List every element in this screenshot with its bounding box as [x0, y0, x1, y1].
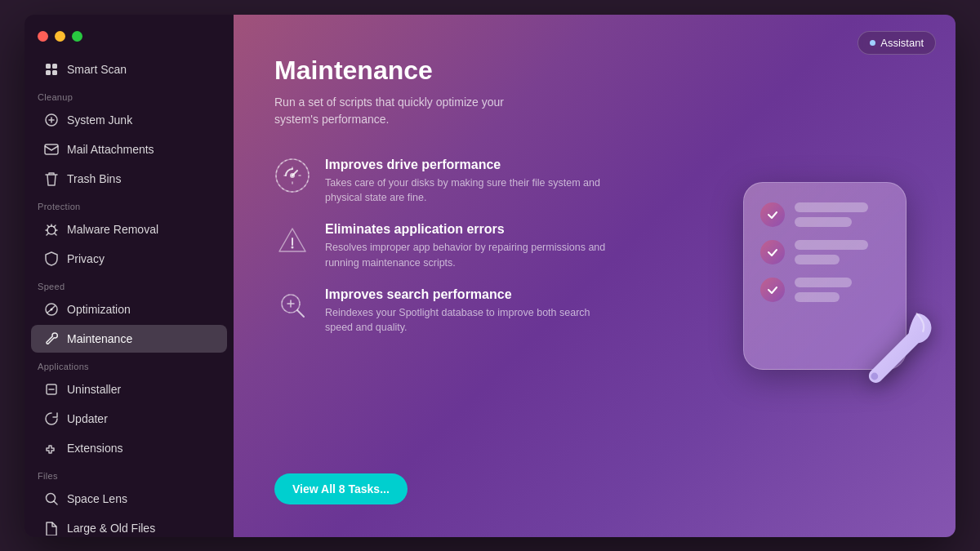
feature-title: Improves search performance: [325, 287, 619, 302]
sidebar-item-mail-attachments[interactable]: Mail Attachments: [31, 136, 227, 163]
app-window: Smart Scan Cleanup System Junk Mail Atta…: [24, 15, 956, 537]
sidebar-item-label: Privacy: [67, 252, 105, 265]
space-lens-icon: [44, 491, 59, 506]
feature-description: Resolves improper app behavior by repair…: [325, 240, 619, 271]
svg-rect-1: [52, 64, 57, 69]
check-line: [795, 217, 852, 227]
maintenance-icon: [44, 331, 59, 346]
svg-rect-2: [46, 70, 51, 75]
check-line: [795, 240, 868, 250]
check-row-3: [760, 278, 889, 302]
sidebar-item-malware-removal[interactable]: Malware Removal: [31, 216, 227, 243]
feature-title: Improves drive performance: [325, 158, 619, 172]
view-all-tasks-button[interactable]: View All 8 Tasks...: [274, 473, 408, 504]
section-label-files: Files: [24, 463, 234, 484]
sidebar-item-maintenance[interactable]: Maintenance: [31, 325, 227, 353]
sidebar: Smart Scan Cleanup System Junk Mail Atta…: [24, 15, 234, 537]
privacy-icon: [44, 251, 59, 266]
updater-icon: [44, 411, 59, 426]
sidebar-item-system-junk[interactable]: System Junk: [31, 106, 227, 134]
mail-icon: [44, 142, 59, 157]
sidebar-item-label: Extensions: [67, 442, 122, 455]
feature-description: Reindexes your Spotlight database to imp…: [325, 305, 619, 336]
svg-point-15: [292, 247, 294, 249]
check-lines-2: [795, 240, 889, 264]
minimize-button[interactable]: [55, 31, 65, 42]
check-line: [795, 255, 840, 264]
feature-text-search: Improves search performance Reindexes yo…: [325, 287, 619, 336]
feature-text-drive: Improves drive performance Takes care of…: [325, 158, 619, 207]
extensions-icon: [44, 441, 59, 455]
svg-rect-0: [46, 64, 51, 69]
sidebar-item-label: System Junk: [67, 113, 132, 127]
assistant-label: Assistant: [880, 37, 924, 49]
search-performance-icon: [274, 287, 310, 323]
sidebar-item-privacy[interactable]: Privacy: [31, 245, 227, 273]
main-content: Assistant Maintenance Run a set of scrip…: [234, 15, 956, 537]
optimization-icon: [44, 302, 59, 317]
sidebar-item-optimization[interactable]: Optimization: [31, 295, 227, 323]
sidebar-item-trash-bins[interactable]: Trash Bins: [31, 165, 227, 193]
sidebar-item-label: Malware Removal: [67, 223, 158, 236]
feature-text-app: Eliminates application errors Resolves i…: [325, 222, 619, 271]
sidebar-item-updater[interactable]: Updater: [31, 405, 227, 433]
sidebar-item-extensions[interactable]: Extensions: [31, 434, 227, 462]
check-line: [795, 202, 868, 212]
sidebar-item-label: Large & Old Files: [67, 522, 155, 535]
sidebar-item-label: Uninstaller: [67, 383, 121, 396]
check-lines-3: [795, 278, 889, 302]
sidebar-item-smart-scan[interactable]: Smart Scan: [31, 56, 227, 83]
uninstaller-icon: [44, 382, 59, 397]
check-circle-3: [760, 278, 785, 302]
section-label-speed: Speed: [24, 273, 234, 295]
wrench-illustration: [849, 304, 939, 394]
feature-description: Takes care of your disks by making sure …: [325, 176, 619, 207]
close-button[interactable]: [38, 31, 48, 42]
section-label-applications: Applications: [24, 353, 234, 375]
bug-icon: [44, 222, 59, 237]
page-subtitle: Run a set of scripts that quickly optimi…: [274, 94, 536, 128]
section-label-cleanup: Cleanup: [24, 84, 234, 105]
check-row-2: [760, 240, 889, 264]
drive-performance-icon: [274, 158, 310, 193]
window-controls: [24, 24, 234, 55]
check-circle-1: [760, 202, 785, 227]
trash-icon: [44, 171, 59, 186]
sidebar-item-label: Maintenance: [67, 332, 132, 345]
smart-scan-icon: [44, 62, 59, 77]
sidebar-item-label: Space Lens: [67, 492, 127, 505]
feature-title: Eliminates application errors: [325, 222, 619, 237]
check-circle-2: [760, 240, 785, 264]
sidebar-item-label: Updater: [67, 412, 108, 425]
check-row-1: [760, 202, 889, 227]
check-lines-1: [795, 202, 889, 227]
system-junk-icon: [44, 113, 59, 127]
sidebar-item-space-lens[interactable]: Space Lens: [31, 485, 227, 513]
sidebar-item-large-old-files[interactable]: Large & Old Files: [31, 514, 227, 537]
assistant-dot: [870, 40, 875, 46]
section-label-protection: Protection: [24, 193, 234, 215]
sidebar-item-label: Optimization: [67, 303, 131, 316]
svg-rect-3: [52, 70, 57, 75]
svg-rect-5: [45, 144, 58, 154]
maximize-button[interactable]: [72, 31, 82, 42]
app-errors-icon: [274, 222, 310, 258]
sidebar-item-label: Trash Bins: [67, 172, 121, 185]
svg-point-8: [51, 308, 53, 310]
sidebar-item-uninstaller[interactable]: Uninstaller: [31, 375, 227, 403]
svg-point-18: [871, 372, 878, 380]
check-line: [795, 292, 840, 302]
sidebar-item-label: Mail Attachments: [67, 143, 154, 156]
sidebar-item-label: Smart Scan: [67, 63, 127, 76]
assistant-button[interactable]: Assistant: [858, 31, 936, 55]
illustration: [719, 145, 931, 407]
page-title: Maintenance: [274, 56, 915, 86]
check-line: [795, 278, 852, 287]
files-icon: [44, 521, 59, 535]
